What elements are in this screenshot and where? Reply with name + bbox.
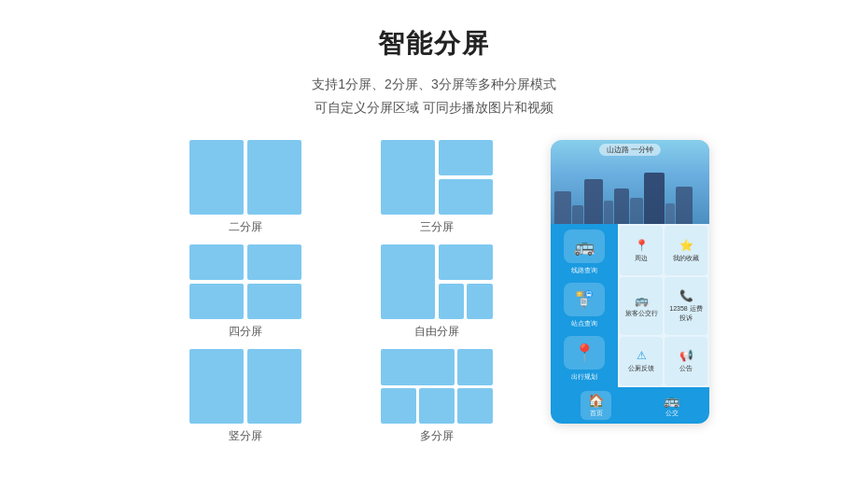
- page-title: 智能分屏: [378, 26, 490, 62]
- phone-right-panel: 📍 周边 ⭐ 我的收藏 🚌 旅客公交行 📞 12358 运费投诉: [618, 224, 709, 387]
- cell-tourist-bus[interactable]: 🚌 旅客公交行: [620, 277, 663, 335]
- phone-left-panel: 🚌 线路查询 🚏 站点查询 📍 出行规划: [551, 224, 618, 387]
- splitfree-icon: [381, 244, 493, 319]
- layout-item-splitmulti[interactable]: 多分屏: [350, 349, 523, 444]
- layout-item-splitfree[interactable]: 自由分屏: [350, 244, 523, 340]
- layout-item-split2[interactable]: 二分屏: [159, 140, 331, 235]
- cell-notice[interactable]: 📢 公告: [665, 337, 707, 385]
- nav-stop-btn[interactable]: 🚏 站点查询: [564, 283, 605, 328]
- image-caption: 山边路 一分钟: [599, 144, 661, 156]
- split3-icon: [381, 140, 493, 215]
- cell-nearby[interactable]: 📍 周边: [620, 226, 663, 274]
- cell-complaint[interactable]: 📞 12358 运费投诉: [665, 277, 707, 335]
- phone-content-grid: 🚌 线路查询 🚏 站点查询 📍 出行规划: [551, 224, 709, 387]
- content-area: 二分屏 三分屏 四分屏: [0, 140, 868, 444]
- layout-item-split3[interactable]: 三分屏: [350, 140, 523, 235]
- splitvertical-icon: [189, 349, 301, 424]
- layouts-panel: 二分屏 三分屏 四分屏: [159, 140, 523, 444]
- layout-item-splitvertical[interactable]: 竖分屏: [159, 349, 331, 444]
- bottom-nav-bus[interactable]: 🚌 公交: [664, 393, 679, 418]
- cell-favorites[interactable]: ⭐ 我的收藏: [665, 226, 707, 274]
- phone-mockup: 山边路 一分钟: [551, 140, 709, 424]
- bottom-nav-home[interactable]: 🏠 首页: [581, 391, 611, 420]
- layout-item-split4[interactable]: 四分屏: [159, 244, 331, 340]
- phone-panel: 山边路 一分钟: [551, 140, 709, 424]
- split4-icon: [189, 244, 301, 319]
- nav-route-btn[interactable]: 🚌 线路查询: [564, 230, 605, 275]
- phone-bottom-nav: 🏠 首页 🚌 公交: [551, 387, 709, 424]
- page-subtitle: 支持1分屏、2分屏、3分屏等多种分屏模式 可自定义分屏区域 可同步播放图片和视频: [312, 73, 555, 119]
- splitfree-label: 自由分屏: [414, 324, 459, 340]
- split3-label: 三分屏: [420, 219, 454, 235]
- split2-label: 二分屏: [229, 219, 262, 235]
- phone-image: 山边路 一分钟: [551, 140, 709, 224]
- splitmulti-label: 多分屏: [420, 428, 454, 444]
- split4-label: 四分屏: [229, 324, 262, 340]
- splitvertical-label: 竖分屏: [229, 428, 262, 444]
- splitmulti-icon: [381, 349, 493, 424]
- cell-toilet[interactable]: ⚠ 公厕反馈: [620, 337, 663, 385]
- split2-icon: [189, 140, 301, 215]
- nav-plan-btn[interactable]: 📍 出行规划: [564, 336, 605, 382]
